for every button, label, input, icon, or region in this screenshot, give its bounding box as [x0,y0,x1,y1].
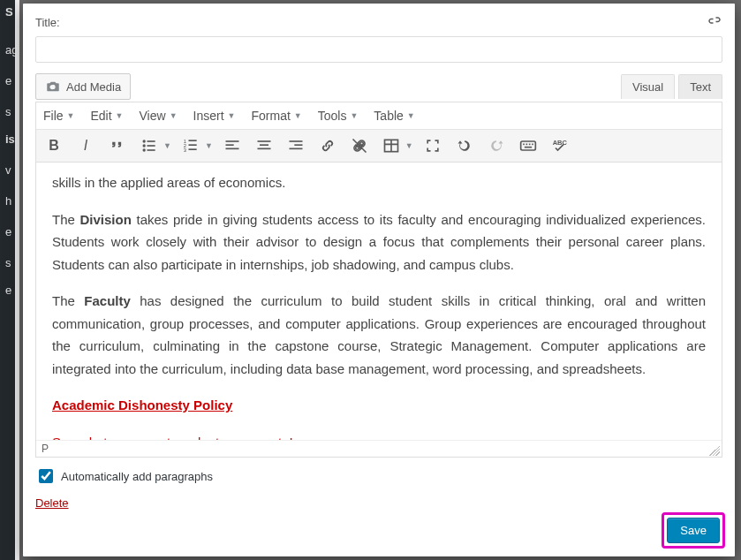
svg-rect-20 [289,148,302,150]
delete-link[interactable]: Delete [35,496,722,510]
keyboard-button[interactable] [516,133,541,158]
add-media-button[interactable]: Add Media [35,73,131,100]
blockquote-button[interactable] [105,133,130,158]
menu-table[interactable]: Table▼ [372,106,416,125]
svg-rect-28 [532,144,533,146]
editor-modal: Title: Add Media Visual Text [23,4,735,556]
svg-rect-1 [147,140,155,142]
bullet-list-button[interactable] [137,133,162,158]
chevron-down-icon[interactable]: ▼ [405,141,413,150]
svg-point-4 [143,148,146,151]
save-button[interactable]: Save [667,518,720,543]
chevron-down-icon: ▼ [228,111,236,120]
tab-visual[interactable]: Visual [621,74,675,99]
redo-button[interactable] [484,133,509,158]
disconnect-icon[interactable] [707,12,722,33]
bold-button[interactable]: B [42,133,66,158]
svg-rect-12 [225,140,238,142]
spellcheck-button[interactable]: ABC [548,133,572,158]
save-highlight: Save [664,515,722,546]
svg-rect-25 [523,144,525,146]
svg-rect-13 [225,144,233,146]
paragraph: skills in the applied areas of economics… [52,171,706,194]
auto-paragraphs-label: Automatically add paragraphs [61,470,213,483]
editor-toolbar: B I ▼ 123 ▼ [36,130,722,163]
link-academic-dishonesty[interactable]: Academic Dishonesty Policy [52,397,232,412]
menu-file[interactable]: File▼ [42,106,76,125]
menu-tools[interactable]: Tools▼ [316,106,360,125]
editor-statusbar: P [36,440,722,457]
italic-button[interactable]: I [73,133,98,158]
title-input[interactable] [35,36,722,63]
title-label: Title: [35,16,60,29]
svg-text:3: 3 [184,148,186,153]
auto-paragraphs-checkbox[interactable] [39,469,53,483]
paragraph: The Division takes pride in giving stude… [52,208,706,276]
svg-point-2 [143,144,146,147]
svg-rect-5 [147,149,155,151]
svg-point-0 [143,140,146,142]
svg-text:ABC: ABC [552,139,567,147]
tab-text[interactable]: Text [678,74,722,99]
numbered-list-button[interactable]: 123 [178,133,203,158]
menu-view[interactable]: View▼ [138,106,179,125]
editor-menubar: File▼ Edit▼ View▼ Insert▼ Format▼ Tools▼… [36,102,722,130]
svg-rect-7 [188,140,196,141]
undo-button[interactable] [452,133,477,158]
chevron-down-icon: ▼ [407,111,415,120]
menu-insert[interactable]: Insert▼ [192,106,238,125]
align-center-button[interactable] [252,133,276,158]
svg-rect-16 [260,144,268,146]
svg-rect-15 [257,140,270,142]
chevron-down-icon: ▼ [350,111,358,120]
svg-rect-14 [225,148,238,150]
svg-rect-11 [188,148,196,150]
add-media-label: Add Media [66,80,121,94]
admin-sidebar: S ag e s is v h e s e [0,0,15,560]
link-button[interactable] [315,133,340,158]
paragraph: The Faculty has designed the curriculum … [52,290,706,380]
svg-rect-18 [289,140,302,142]
chevron-down-icon: ▼ [67,111,75,120]
svg-rect-27 [529,144,531,146]
table-button[interactable] [379,133,404,158]
chevron-down-icon: ▼ [294,111,302,120]
unlink-button[interactable] [347,133,372,158]
camera-icon [45,79,61,95]
align-left-button[interactable] [220,133,245,158]
menu-format[interactable]: Format▼ [249,106,303,125]
editor-box: File▼ Edit▼ View▼ Insert▼ Format▼ Tools▼… [35,102,722,458]
svg-rect-3 [147,145,155,147]
editor-content[interactable]: skills in the applied areas of economics… [36,163,722,440]
svg-rect-24 [520,141,535,150]
svg-rect-26 [526,144,527,146]
chevron-down-icon: ▼ [116,111,124,120]
resize-handle[interactable] [709,445,720,456]
chevron-down-icon[interactable]: ▼ [205,141,213,150]
svg-rect-17 [257,148,270,150]
fullscreen-button[interactable] [420,133,445,158]
element-path[interactable]: P [42,443,49,455]
svg-rect-19 [294,144,302,146]
chevron-down-icon[interactable]: ▼ [163,141,171,150]
menu-edit[interactable]: Edit▼ [88,106,125,125]
svg-rect-9 [188,144,196,146]
chevron-down-icon: ▼ [170,111,178,120]
svg-rect-29 [525,147,532,148]
align-right-button[interactable] [284,133,308,158]
